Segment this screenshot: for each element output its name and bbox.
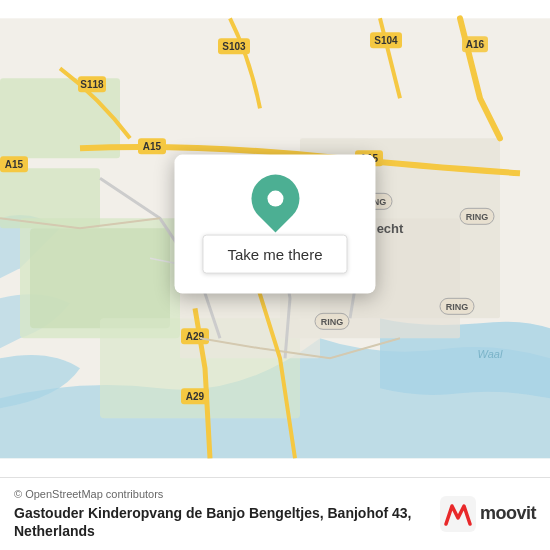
svg-rect-38: [440, 496, 476, 532]
svg-text:S118: S118: [80, 79, 104, 90]
svg-text:S103: S103: [222, 41, 246, 52]
svg-text:RING: RING: [321, 317, 344, 327]
info-left: © OpenStreetMap contributors Gastouder K…: [14, 488, 428, 540]
take-me-there-button[interactable]: Take me there: [202, 235, 347, 274]
moovit-logo: moovit: [440, 496, 536, 532]
svg-text:S104: S104: [374, 35, 398, 46]
svg-text:RING: RING: [466, 212, 489, 222]
svg-text:A16: A16: [466, 39, 485, 50]
map-popup: Take me there: [174, 155, 375, 294]
svg-text:echt: echt: [377, 221, 404, 236]
copyright-text: © OpenStreetMap contributors: [14, 488, 428, 500]
svg-text:A15: A15: [5, 159, 24, 170]
moovit-icon: [440, 496, 476, 532]
svg-rect-2: [30, 228, 170, 328]
svg-text:A29: A29: [186, 391, 205, 402]
map-area: A16 A16 A15 A15 A29 A29 S118 S103: [0, 0, 550, 477]
svg-text:RING: RING: [446, 302, 469, 312]
svg-text:A29: A29: [186, 331, 205, 342]
info-bar: © OpenStreetMap contributors Gastouder K…: [0, 477, 550, 550]
location-title: Gastouder Kinderopvang de Banjo Bengeltj…: [14, 504, 428, 540]
app-container: A16 A16 A15 A15 A29 A29 S118 S103: [0, 0, 550, 550]
svg-text:Waal: Waal: [478, 348, 503, 360]
location-pin: [241, 165, 309, 233]
moovit-text: moovit: [480, 503, 536, 524]
pin-inner: [267, 191, 283, 207]
svg-text:A15: A15: [143, 141, 162, 152]
